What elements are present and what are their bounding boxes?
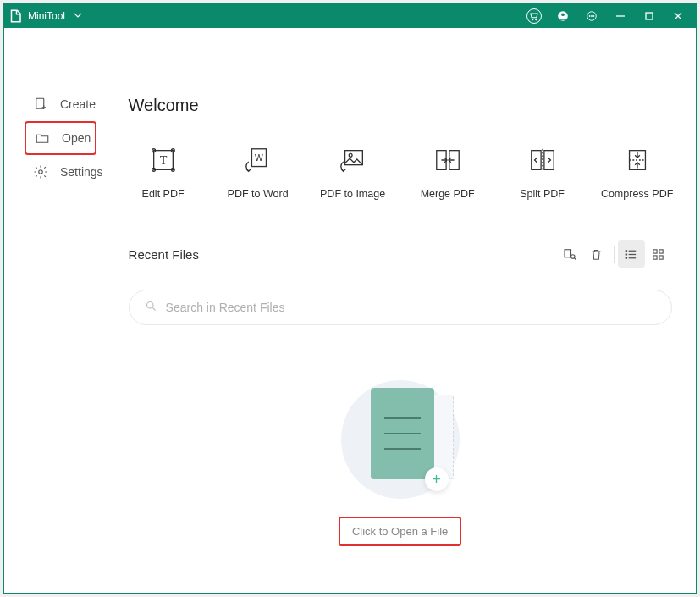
tool-label: PDF to Image <box>320 188 385 200</box>
tool-label: Edit PDF <box>142 188 185 200</box>
titlebar-separator <box>96 10 96 22</box>
svg-rect-42 <box>653 249 657 252</box>
recent-search[interactable] <box>129 290 672 325</box>
app-menu-dropdown[interactable] <box>74 10 82 22</box>
svg-point-39 <box>626 250 626 251</box>
recent-files-title: Recent Files <box>129 247 199 262</box>
delete-button[interactable] <box>583 240 610 268</box>
sidebar-item-label: Create <box>60 97 96 111</box>
svg-rect-44 <box>653 255 657 258</box>
svg-rect-43 <box>659 249 663 252</box>
tool-pdf-to-image[interactable]: PDF to Image <box>318 146 388 200</box>
main-content: Welcome T Edit PDF W PDF to Word <box>103 28 696 593</box>
plus-icon: + <box>425 467 449 491</box>
tool-label: Merge PDF <box>421 188 475 200</box>
welcome-heading: Welcome <box>129 96 672 115</box>
svg-rect-33 <box>565 250 571 257</box>
svg-line-35 <box>574 258 576 260</box>
search-input[interactable] <box>166 301 656 314</box>
recent-files-header: Recent Files <box>129 240 672 268</box>
sidebar-item-settings[interactable]: Settings <box>4 155 103 189</box>
user-button[interactable] <box>548 4 577 28</box>
minimize-button[interactable] <box>606 4 635 28</box>
app-title: MiniTool <box>28 10 65 22</box>
svg-text:T: T <box>159 153 167 167</box>
app-window: MiniTool <box>3 3 697 594</box>
edit-pdf-icon: T <box>149 146 178 174</box>
svg-point-0 <box>532 19 533 20</box>
gear-icon <box>33 164 48 180</box>
svg-point-3 <box>561 13 565 16</box>
svg-point-23 <box>349 153 352 157</box>
folder-icon <box>35 130 50 146</box>
tool-edit-pdf[interactable]: T Edit PDF <box>129 146 198 200</box>
tools-row: T Edit PDF W PDF to Word PDF to Image <box>129 146 672 200</box>
tool-split-pdf[interactable]: Split PDF <box>508 146 577 200</box>
svg-line-47 <box>152 307 155 310</box>
sidebar-item-create[interactable]: Create <box>4 87 103 121</box>
svg-point-13 <box>39 170 43 174</box>
svg-point-6 <box>591 15 592 16</box>
tool-label: Split PDF <box>520 188 565 200</box>
svg-point-46 <box>146 301 153 308</box>
svg-text:W: W <box>255 153 263 163</box>
maximize-button[interactable] <box>635 4 664 28</box>
svg-point-5 <box>589 15 590 16</box>
svg-rect-27 <box>543 151 553 170</box>
create-icon <box>33 97 48 112</box>
svg-point-7 <box>593 15 594 16</box>
pdf-to-word-icon: W <box>244 146 273 174</box>
close-button[interactable] <box>664 4 692 28</box>
feedback-button[interactable] <box>577 4 606 28</box>
svg-point-40 <box>626 253 626 254</box>
svg-point-41 <box>626 257 626 258</box>
tool-pdf-to-word[interactable]: W PDF to Word <box>223 146 293 200</box>
merge-pdf-icon <box>433 146 462 174</box>
svg-rect-45 <box>659 255 663 258</box>
svg-rect-9 <box>646 13 653 19</box>
grid-view-button[interactable] <box>645 240 672 268</box>
view-separator <box>614 246 615 263</box>
tool-compress-pdf[interactable]: Compress PDF <box>603 146 672 200</box>
sidebar-item-label: Settings <box>60 165 103 179</box>
filter-button[interactable] <box>556 240 583 268</box>
svg-rect-26 <box>531 151 540 170</box>
open-file-button[interactable]: Click to Open a File <box>339 517 461 546</box>
tool-label: PDF to Word <box>228 188 289 200</box>
open-file-graphic[interactable]: + <box>337 376 464 503</box>
compress-pdf-icon <box>623 146 652 174</box>
search-icon <box>145 300 157 316</box>
app-logo-icon <box>8 8 23 24</box>
pdf-to-image-icon <box>339 146 367 174</box>
sidebar: Create Open Settings <box>4 28 103 593</box>
list-view-button[interactable] <box>618 240 645 268</box>
svg-point-1 <box>536 19 537 20</box>
titlebar: MiniTool <box>4 4 696 28</box>
sidebar-item-label: Open <box>62 131 91 145</box>
cart-button[interactable] <box>520 4 548 28</box>
split-pdf-icon <box>528 146 557 174</box>
empty-state: + Click to Open a File <box>129 376 672 546</box>
tool-label: Compress PDF <box>601 188 673 200</box>
sidebar-item-open[interactable]: Open <box>25 121 96 155</box>
tool-merge-pdf[interactable]: Merge PDF <box>413 146 482 200</box>
